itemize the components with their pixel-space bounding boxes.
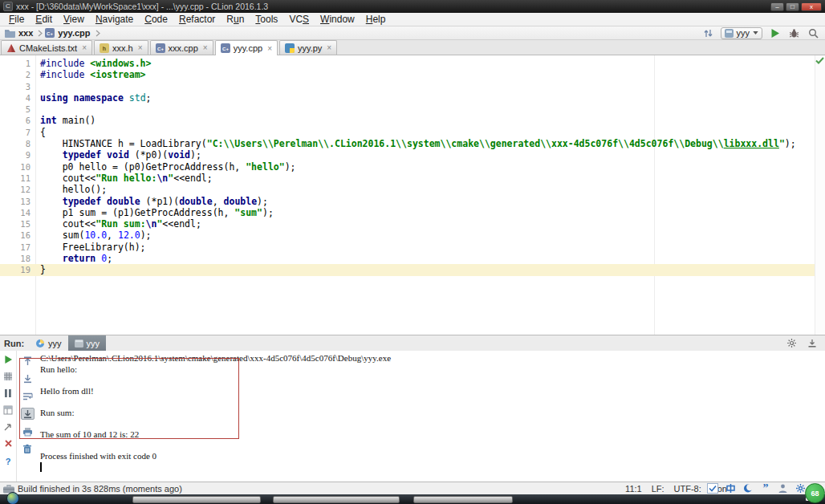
scroll-top-icon[interactable]	[21, 355, 35, 367]
menu-edit[interactable]: Edit	[30, 13, 58, 26]
menu-file[interactable]: File	[3, 13, 30, 26]
menu-run[interactable]: Run	[221, 13, 250, 26]
pause-icon[interactable]	[2, 387, 15, 399]
trash-icon[interactable]	[21, 443, 35, 455]
debug-button[interactable]	[787, 27, 801, 39]
breadcrumb-label: xxx	[18, 28, 33, 38]
folder-icon	[5, 29, 15, 38]
menu-refactor[interactable]: Refactor	[173, 13, 221, 26]
menu-tools[interactable]: Tools	[250, 13, 283, 26]
print-icon[interactable]	[21, 425, 35, 437]
text-cursor	[40, 462, 42, 472]
editor-scrollbar[interactable]	[815, 55, 825, 335]
breadcrumb-item-xxx[interactable]: xxx	[5, 28, 33, 38]
console-line: Run sum:	[40, 408, 822, 419]
code-line: 6int main()	[0, 115, 825, 126]
menu-navigate[interactable]: Navigate	[90, 13, 139, 26]
tab-yyy.cpp[interactable]: C+yyy.cpp×	[215, 40, 278, 55]
code-line: 13 typedef double (*p1)(double, double);	[0, 196, 825, 207]
close-icon[interactable]: ×	[138, 43, 143, 52]
menu-vcs[interactable]: VCS	[283, 13, 315, 26]
status-bar: Build finished in 3s 828ms (moments ago)…	[0, 482, 825, 494]
rerun-icon[interactable]	[2, 353, 15, 365]
console-output[interactable]: C:\Users\Perelman\.CLion2016.1\system\cm…	[40, 353, 822, 482]
tab-CMakeLists.txt[interactable]: CMakeLists.txt×	[1, 40, 92, 55]
tab-label: yyy.cpp	[234, 43, 262, 53]
line-number: 3	[0, 81, 30, 92]
code-line: 10 p0 hello = (p0)GetProcAddress(h, "hel…	[0, 161, 825, 173]
help-icon[interactable]: ?	[2, 454, 15, 466]
chinese-ime-icon[interactable]	[725, 483, 736, 494]
tab-yyy.py[interactable]: yyy.py×	[279, 40, 337, 55]
run-tab-yyy[interactable]: yyy	[68, 335, 107, 352]
close-button[interactable]: x	[801, 2, 822, 11]
run-button[interactable]	[768, 27, 782, 39]
console-line: C:\Users\Perelman\.CLion2016.1\system\cm…	[40, 353, 822, 364]
code-line: 8 HINSTANCE h = LoadLibrary("C:\\Users\\…	[0, 138, 825, 149]
taskbar-item[interactable]	[132, 496, 261, 503]
scroll-bottom-icon[interactable]	[21, 372, 35, 384]
cmake-file-icon	[6, 43, 16, 53]
updown-icon[interactable]	[701, 27, 715, 39]
menu-window[interactable]: Window	[315, 13, 360, 26]
line-number: 16	[0, 230, 30, 241]
svg-text:C+: C+	[47, 31, 53, 36]
run-config-label: yyy	[737, 28, 750, 38]
run-config-select[interactable]: yyy	[721, 27, 763, 39]
breadcrumb-item-yyy.cpp[interactable]: C+yyy.cpp	[45, 28, 90, 38]
hide-icon[interactable]	[805, 337, 819, 349]
close-icon[interactable]: ×	[203, 43, 208, 52]
maximize-button[interactable]: □	[786, 2, 799, 11]
taskbar-item[interactable]	[413, 496, 513, 503]
tab-label: yyy.py	[298, 43, 322, 53]
quotes-icon[interactable]: ”	[761, 483, 770, 494]
ime-check-icon[interactable]	[707, 483, 718, 494]
menu-code[interactable]: Code	[139, 13, 173, 26]
caret-position[interactable]: 11:1	[625, 484, 642, 494]
console-line: The sum of 10 and 12 is: 22	[40, 429, 822, 441]
gear-icon[interactable]	[785, 337, 799, 349]
soft-wrap-icon[interactable]	[21, 390, 35, 402]
close-icon[interactable]	[2, 437, 15, 449]
tab-xxx.h[interactable]: hxxx.h×	[94, 40, 148, 55]
menu-view[interactable]: View	[58, 13, 90, 26]
taskbar-item[interactable]	[273, 496, 400, 503]
pin-icon[interactable]	[2, 421, 15, 433]
line-number: 11	[0, 173, 30, 184]
line-number: 10	[0, 161, 30, 173]
scroll-end-icon[interactable]	[21, 408, 35, 420]
code-line: 2#include <iostream>	[0, 69, 825, 80]
run-tab-yyy[interactable]: yyy	[29, 335, 68, 352]
tab-xxx.cpp[interactable]: C+xxx.cpp×	[150, 40, 213, 55]
chevron-icon	[96, 30, 100, 37]
close-icon[interactable]: ×	[82, 43, 87, 52]
code-editor[interactable]: 1#include <windows.h>2#include <iostream…	[0, 55, 825, 335]
moon-icon[interactable]	[743, 483, 754, 494]
title-bar: C xxx - [D:\360data\MyWorkSpace1\xxx] - …	[0, 0, 825, 13]
start-button[interactable]	[6, 492, 19, 504]
antivirus-shield-icon[interactable]: 68	[805, 483, 825, 503]
console-toolbar	[18, 351, 37, 482]
close-icon[interactable]: ×	[267, 44, 272, 53]
grid-icon[interactable]	[2, 370, 15, 382]
line-ending-indicator[interactable]: LF:	[652, 484, 664, 494]
inspection-ok-icon[interactable]	[815, 57, 824, 64]
code-line: 14 p1 sum = (p1)GetProcAddress(h, "sum")…	[0, 207, 825, 218]
tab-label: CMakeLists.txt	[19, 43, 77, 53]
user-icon[interactable]	[778, 483, 788, 494]
layout-icon[interactable]	[2, 404, 15, 416]
line-number: 9	[0, 149, 30, 161]
line-number: 8	[0, 138, 30, 149]
code-line: 7{	[0, 127, 825, 138]
search-everywhere-button[interactable]	[807, 27, 820, 39]
run-panel-label: Run:	[0, 339, 29, 348]
code-line: 4using namespace std;	[0, 92, 825, 104]
close-icon[interactable]: ×	[327, 43, 331, 52]
menu-help[interactable]: Help	[360, 13, 392, 26]
minimize-button[interactable]: –	[770, 2, 784, 11]
breadcrumb: xxxC+yyy.cpp	[5, 28, 100, 38]
code-line: 12 hello();	[0, 184, 825, 195]
cpp-file-icon: C+	[156, 43, 165, 53]
encoding-indicator[interactable]: UTF-8:	[674, 484, 701, 494]
console-line	[40, 396, 822, 408]
